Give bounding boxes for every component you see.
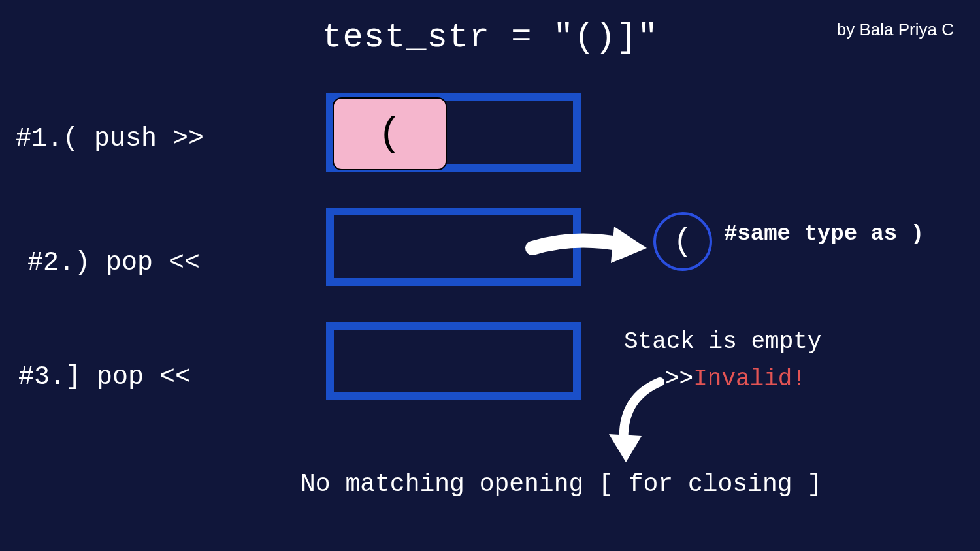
step2-comment: #same type as )	[724, 219, 946, 250]
popped-circle: (	[653, 212, 712, 271]
step3-label: #3.] pop <<	[18, 362, 191, 392]
stack-cell-1: (	[333, 97, 447, 170]
step1-label: #1.( push >>	[16, 124, 204, 153]
invalid-line: >>Invalid!	[665, 366, 806, 392]
byline: by Bala Priya C	[837, 20, 954, 40]
curved-arrow-icon	[595, 372, 673, 470]
title: test_str = "()]"	[0, 18, 980, 57]
bottom-note: No matching opening [ for closing ]	[301, 470, 822, 498]
pop-arrow-icon	[523, 219, 653, 271]
invalid-text: Invalid!	[693, 366, 806, 392]
empty-note: Stack is empty	[624, 328, 821, 355]
step2-label: #2.) pop <<	[27, 248, 200, 277]
stack-box-3	[326, 322, 581, 400]
